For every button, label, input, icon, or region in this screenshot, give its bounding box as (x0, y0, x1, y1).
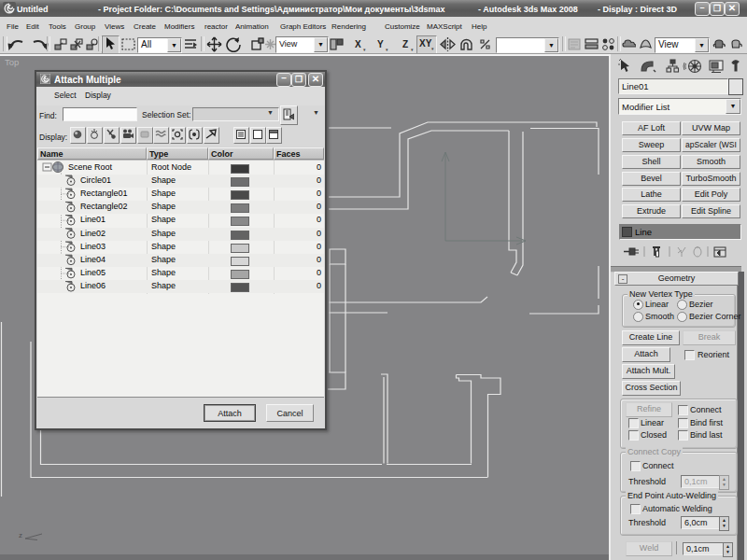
svg-text:z: z (19, 531, 22, 539)
